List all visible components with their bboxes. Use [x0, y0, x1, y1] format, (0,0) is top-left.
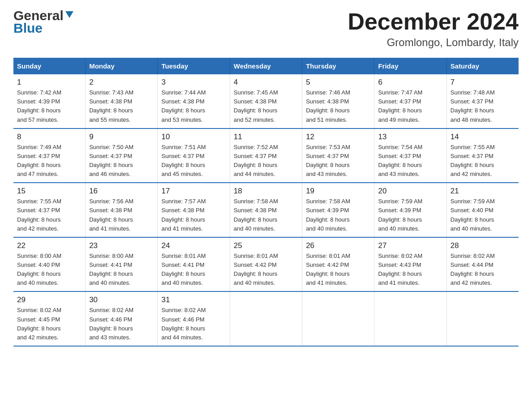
- calendar-cell: [446, 291, 519, 346]
- calendar-cell: 1 Sunrise: 7:42 AMSunset: 4:39 PMDayligh…: [13, 74, 86, 128]
- day-info: Sunrise: 8:00 AMSunset: 4:40 PMDaylight:…: [17, 253, 61, 286]
- calendar-cell: 17 Sunrise: 7:57 AMSunset: 4:38 PMDaylig…: [158, 183, 230, 237]
- calendar-cell: 9 Sunrise: 7:50 AMSunset: 4:37 PMDayligh…: [86, 128, 158, 183]
- day-number: 31: [161, 295, 226, 304]
- day-info: Sunrise: 8:01 AMSunset: 4:41 PMDaylight:…: [161, 253, 206, 286]
- day-info: Sunrise: 8:00 AMSunset: 4:41 PMDaylight:…: [89, 253, 133, 286]
- calendar-cell: 11 Sunrise: 7:52 AMSunset: 4:37 PMDaylig…: [230, 128, 302, 183]
- day-number: 11: [234, 133, 298, 141]
- day-info: Sunrise: 7:59 AMSunset: 4:40 PMDaylight:…: [450, 198, 495, 231]
- calendar-week-row: 15 Sunrise: 7:55 AMSunset: 4:37 PMDaylig…: [13, 183, 519, 237]
- day-info: Sunrise: 7:43 AMSunset: 4:38 PMDaylight:…: [89, 89, 133, 123]
- calendar-header-row: Sunday Monday Tuesday Wednesday Thursday…: [13, 58, 519, 74]
- calendar-cell: 20 Sunrise: 7:59 AMSunset: 4:39 PMDaylig…: [374, 183, 446, 237]
- header-sunday: Sunday: [13, 58, 86, 74]
- header-monday: Monday: [86, 58, 158, 74]
- day-info: Sunrise: 7:53 AMSunset: 4:37 PMDaylight:…: [306, 144, 350, 177]
- calendar-cell: 22 Sunrise: 8:00 AMSunset: 4:40 PMDaylig…: [13, 237, 86, 292]
- calendar-cell: [230, 291, 302, 346]
- day-info: Sunrise: 7:55 AMSunset: 4:37 PMDaylight:…: [17, 198, 61, 231]
- day-number: 1: [17, 78, 82, 87]
- day-number: 2: [89, 78, 154, 87]
- calendar-cell: 10 Sunrise: 7:51 AMSunset: 4:37 PMDaylig…: [158, 128, 230, 183]
- day-number: 20: [378, 187, 442, 196]
- day-number: 13: [378, 133, 442, 141]
- calendar-cell: 12 Sunrise: 7:53 AMSunset: 4:37 PMDaylig…: [302, 128, 374, 183]
- calendar-week-row: 1 Sunrise: 7:42 AMSunset: 4:39 PMDayligh…: [13, 74, 519, 128]
- logo-blue-text: Blue: [13, 21, 43, 35]
- calendar-cell: 8 Sunrise: 7:49 AMSunset: 4:37 PMDayligh…: [13, 128, 86, 183]
- page-title: December 2024: [348, 9, 519, 34]
- day-info: Sunrise: 8:02 AMSunset: 4:44 PMDaylight:…: [450, 253, 495, 286]
- day-info: Sunrise: 7:58 AMSunset: 4:38 PMDaylight:…: [234, 198, 278, 231]
- day-info: Sunrise: 8:01 AMSunset: 4:42 PMDaylight:…: [234, 253, 278, 286]
- calendar-cell: 16 Sunrise: 7:56 AMSunset: 4:38 PMDaylig…: [86, 183, 158, 237]
- day-number: 18: [234, 187, 298, 196]
- day-number: 19: [306, 187, 370, 196]
- calendar-cell: 6 Sunrise: 7:47 AMSunset: 4:37 PMDayligh…: [374, 74, 446, 128]
- calendar-cell: [374, 291, 446, 346]
- day-number: 29: [17, 295, 82, 304]
- page-header: General Blue December 2024 Gromlongo, Lo…: [13, 9, 519, 49]
- day-info: Sunrise: 8:02 AMSunset: 4:45 PMDaylight:…: [17, 307, 61, 340]
- calendar-cell: 24 Sunrise: 8:01 AMSunset: 4:41 PMDaylig…: [158, 237, 230, 292]
- calendar-cell: 25 Sunrise: 8:01 AMSunset: 4:42 PMDaylig…: [230, 237, 302, 292]
- calendar-cell: 14 Sunrise: 7:55 AMSunset: 4:37 PMDaylig…: [446, 128, 519, 183]
- day-info: Sunrise: 7:56 AMSunset: 4:38 PMDaylight:…: [89, 198, 133, 231]
- day-number: 16: [89, 187, 154, 196]
- day-number: 23: [89, 241, 154, 250]
- day-info: Sunrise: 7:50 AMSunset: 4:37 PMDaylight:…: [89, 144, 133, 177]
- day-number: 22: [17, 241, 82, 250]
- calendar-cell: 13 Sunrise: 7:54 AMSunset: 4:37 PMDaylig…: [374, 128, 446, 183]
- header-tuesday: Tuesday: [158, 58, 230, 74]
- logo-arrow-icon: [64, 9, 74, 21]
- day-number: 10: [161, 133, 226, 141]
- day-info: Sunrise: 7:52 AMSunset: 4:37 PMDaylight:…: [234, 144, 278, 177]
- title-block: December 2024 Gromlongo, Lombardy, Italy: [348, 9, 519, 49]
- day-info: Sunrise: 8:02 AMSunset: 4:46 PMDaylight:…: [89, 307, 133, 340]
- day-number: 17: [161, 187, 226, 196]
- day-info: Sunrise: 8:01 AMSunset: 4:42 PMDaylight:…: [306, 253, 350, 286]
- svg-marker-0: [65, 11, 73, 18]
- day-number: 8: [17, 133, 82, 141]
- calendar-cell: 21 Sunrise: 7:59 AMSunset: 4:40 PMDaylig…: [446, 183, 519, 237]
- calendar-cell: 29 Sunrise: 8:02 AMSunset: 4:45 PMDaylig…: [13, 291, 86, 346]
- day-info: Sunrise: 8:02 AMSunset: 4:46 PMDaylight:…: [161, 307, 206, 340]
- calendar-cell: 15 Sunrise: 7:55 AMSunset: 4:37 PMDaylig…: [13, 183, 86, 237]
- calendar-cell: 27 Sunrise: 8:02 AMSunset: 4:43 PMDaylig…: [374, 237, 446, 292]
- calendar-cell: 26 Sunrise: 8:01 AMSunset: 4:42 PMDaylig…: [302, 237, 374, 292]
- calendar-cell: 18 Sunrise: 7:58 AMSunset: 4:38 PMDaylig…: [230, 183, 302, 237]
- day-number: 4: [234, 78, 298, 87]
- day-number: 21: [450, 187, 515, 196]
- page-subtitle: Gromlongo, Lombardy, Italy: [348, 36, 519, 49]
- calendar-cell: [302, 291, 374, 346]
- day-info: Sunrise: 7:59 AMSunset: 4:39 PMDaylight:…: [378, 198, 422, 231]
- header-saturday: Saturday: [446, 58, 519, 74]
- calendar-cell: 7 Sunrise: 7:48 AMSunset: 4:37 PMDayligh…: [446, 74, 519, 128]
- day-info: Sunrise: 7:48 AMSunset: 4:37 PMDaylight:…: [450, 89, 495, 123]
- day-number: 5: [306, 78, 370, 87]
- logo: General Blue: [13, 9, 74, 35]
- day-info: Sunrise: 7:47 AMSunset: 4:37 PMDaylight:…: [378, 89, 422, 123]
- day-number: 6: [378, 78, 442, 87]
- day-number: 28: [450, 241, 515, 250]
- day-number: 25: [234, 241, 298, 250]
- day-number: 15: [17, 187, 82, 196]
- day-info: Sunrise: 8:02 AMSunset: 4:43 PMDaylight:…: [378, 253, 422, 286]
- calendar-week-row: 8 Sunrise: 7:49 AMSunset: 4:37 PMDayligh…: [13, 128, 519, 183]
- day-info: Sunrise: 7:46 AMSunset: 4:38 PMDaylight:…: [306, 89, 350, 123]
- day-info: Sunrise: 7:44 AMSunset: 4:38 PMDaylight:…: [161, 89, 206, 123]
- day-info: Sunrise: 7:58 AMSunset: 4:39 PMDaylight:…: [306, 198, 350, 231]
- calendar-cell: 19 Sunrise: 7:58 AMSunset: 4:39 PMDaylig…: [302, 183, 374, 237]
- calendar-cell: 2 Sunrise: 7:43 AMSunset: 4:38 PMDayligh…: [86, 74, 158, 128]
- day-number: 27: [378, 241, 442, 250]
- calendar-cell: 28 Sunrise: 8:02 AMSunset: 4:44 PMDaylig…: [446, 237, 519, 292]
- day-number: 30: [89, 295, 154, 304]
- day-number: 26: [306, 241, 370, 250]
- calendar-cell: 31 Sunrise: 8:02 AMSunset: 4:46 PMDaylig…: [158, 291, 230, 346]
- calendar-week-row: 29 Sunrise: 8:02 AMSunset: 4:45 PMDaylig…: [13, 291, 519, 346]
- day-number: 9: [89, 133, 154, 141]
- day-number: 12: [306, 133, 370, 141]
- calendar-cell: 30 Sunrise: 8:02 AMSunset: 4:46 PMDaylig…: [86, 291, 158, 346]
- day-number: 7: [450, 78, 515, 87]
